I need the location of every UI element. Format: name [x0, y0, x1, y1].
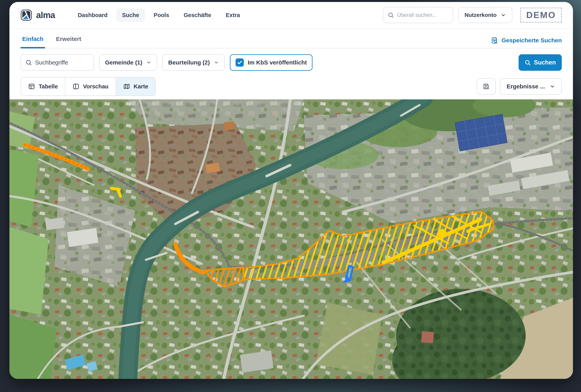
toolbar-right: Ergebnisse ... — [477, 78, 562, 95]
beurteilung-label: Beurteilung (2) — [168, 59, 210, 66]
search-icon — [524, 59, 531, 66]
top-navigation-bar: alma Dashboard Suche Pools Geschäfte Ext… — [10, 2, 573, 29]
brand-name: alma — [36, 10, 55, 20]
demo-badge: DEMO — [520, 7, 562, 23]
saved-searches-icon — [491, 37, 498, 44]
chevron-down-icon — [214, 60, 219, 65]
filter-row: Gemeinde (1) Beurteilung (2) Im KbS verö… — [20, 54, 562, 71]
kbs-filter-checkbox[interactable]: Im KbS veröffentlicht — [230, 54, 313, 71]
nav-extra[interactable]: Extra — [220, 8, 246, 22]
view-karte[interactable]: Karte — [116, 77, 155, 95]
view-tabelle[interactable]: Tabelle — [21, 77, 65, 95]
global-search-input[interactable] — [397, 12, 448, 18]
results-menu-label: Ergebnisse ... — [506, 83, 545, 90]
saved-searches-link[interactable]: Gespeicherte Suchen — [491, 37, 562, 48]
view-tabelle-label: Tabelle — [39, 83, 58, 90]
nav-dashboard[interactable]: Dashboard — [72, 8, 113, 22]
kbs-filter-label: Im KbS veröffentlicht — [248, 59, 307, 66]
account-label: Nutzerkonto — [464, 12, 496, 18]
chevron-down-icon — [550, 84, 555, 89]
gemeinde-label: Gemeinde (1) — [105, 59, 142, 66]
beurteilung-dropdown[interactable]: Beurteilung (2) — [162, 54, 225, 71]
inner-yellow-blob — [438, 229, 446, 238]
floppy-disk-icon — [482, 83, 490, 90]
global-search-field[interactable] — [383, 7, 453, 23]
save-search-button[interactable] — [477, 78, 496, 95]
tab-erweitert[interactable]: Erweitert — [54, 36, 83, 48]
gemeinde-dropdown[interactable]: Gemeinde (1) — [99, 54, 157, 71]
chevron-down-icon — [500, 12, 506, 18]
account-menu-button[interactable]: Nutzerkonto — [458, 7, 512, 23]
view-vorschau[interactable]: Vorschau — [65, 77, 116, 95]
search-icon — [25, 59, 32, 66]
results-toolbar: Tabelle Vorschau Karte — [20, 77, 562, 96]
tab-einfach[interactable]: Einfach — [20, 36, 45, 48]
main-nav: Dashboard Suche Pools Geschäfte Extra — [72, 8, 246, 22]
search-submit-button[interactable]: Suchen — [518, 54, 562, 71]
nav-suche[interactable]: Suche — [116, 8, 145, 22]
satellite-map-canvas[interactable] — [10, 99, 573, 379]
map-view[interactable] — [10, 99, 573, 379]
view-karte-label: Karte — [134, 83, 148, 90]
search-mode-tabs: Einfach Erweitert Gespeicherte Suchen — [20, 36, 562, 48]
saved-searches-label: Gespeicherte Suchen — [502, 37, 562, 44]
results-menu-button[interactable]: Ergebnisse ... — [500, 78, 562, 95]
keywords-input[interactable] — [35, 59, 89, 66]
view-toggle: Tabelle Vorschau Karte — [20, 77, 156, 96]
brand[interactable]: alma — [20, 9, 55, 21]
map-icon — [123, 83, 130, 90]
split-view-icon — [72, 83, 80, 90]
app-window: alma Dashboard Suche Pools Geschäfte Ext… — [10, 2, 573, 379]
search-icon — [388, 12, 394, 18]
checkbox-checked-icon[interactable] — [236, 58, 244, 67]
search-submit-label: Suchen — [534, 59, 556, 66]
keywords-field[interactable] — [20, 54, 94, 71]
nav-pools[interactable]: Pools — [148, 8, 175, 22]
header-right: Nutzerkonto DEMO — [383, 7, 562, 23]
alma-logo-icon — [20, 9, 32, 21]
chevron-down-icon — [146, 60, 151, 65]
table-icon — [28, 83, 35, 90]
nav-geschaefte[interactable]: Geschäfte — [178, 8, 217, 22]
view-vorschau-label: Vorschau — [83, 83, 108, 90]
